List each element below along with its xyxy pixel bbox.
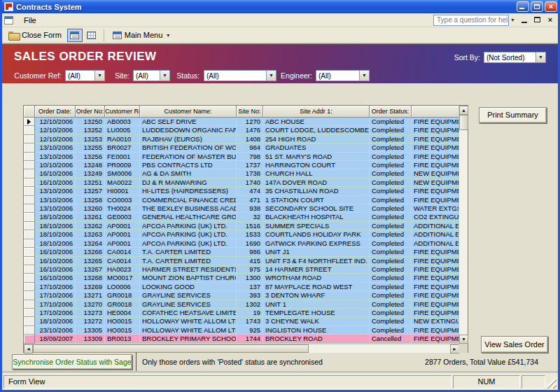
cell-site-addr[interactable]: BROCKLEY ROAD: [263, 335, 370, 343]
cell-order-no[interactable]: 13252: [76, 126, 105, 134]
dropdown-arrow-icon[interactable]: ▼: [94, 71, 104, 80]
cell-customer-name[interactable]: GRAYLINE SERVICES: [140, 291, 237, 300]
cell-customer-name[interactable]: ABC SELF DRIVE: [140, 118, 237, 126]
cell-site-no[interactable]: 1533: [237, 230, 263, 239]
cell-date[interactable]: 13/10/2006: [35, 196, 76, 204]
cell-site-addr[interactable]: WROTHAM ROAD: [263, 274, 370, 282]
column-header[interactable]: Order No:: [76, 106, 105, 118]
table-row[interactable]: 17/10/200613269LO0006LOOKING GOOD13787 M…: [24, 283, 468, 291]
table-row[interactable]: 13/10/200613260TH0024THE BEXLEY BUSINESS…: [24, 204, 468, 213]
cell-site-addr[interactable]: UNIT F3 & F4 NORTHFLEET IND. ESTATE: [263, 257, 370, 265]
cell-status[interactable]: Completed: [370, 265, 412, 274]
cell-status[interactable]: Completed: [370, 204, 412, 213]
cell-site-addr[interactable]: 1 STATION COURT: [263, 196, 370, 204]
cell-status[interactable]: Completed: [370, 248, 412, 256]
cell-order-no[interactable]: 13268: [76, 274, 105, 282]
column-header[interactable]: Customer Ref:: [105, 106, 140, 118]
row-selector[interactable]: [24, 135, 35, 144]
mdi-close-button[interactable]: ×: [545, 15, 556, 25]
cell-status[interactable]: Completed: [370, 283, 412, 291]
cell-site-no[interactable]: 1476: [237, 126, 263, 134]
cell-status[interactable]: Completed: [370, 126, 412, 134]
horizontal-scrollbar[interactable]: ◄ ►: [24, 344, 459, 353]
cell-status[interactable]: Completed: [370, 153, 412, 161]
cell-site-addr[interactable]: 14 HARMER STREET: [263, 265, 370, 274]
cell-date[interactable]: 16/10/2006: [35, 274, 76, 282]
cell-date[interactable]: 13/10/2006: [35, 204, 76, 213]
cell-equipment[interactable]: FIRE EQUIPMENT: [412, 161, 459, 169]
cell-equipment[interactable]: FIRE EQUIPMENT: [412, 196, 459, 204]
table-row[interactable]: 23/10/200613305HO0015HOLLOWAY WHITE ALLO…: [24, 326, 468, 335]
table-row[interactable]: 13/10/200613256FE0001FEDERATION OF MASTE…: [24, 153, 468, 161]
cell-site-addr[interactable]: 3 DENTON WHARF: [263, 291, 370, 300]
cell-equipment[interactable]: FIRE EQUIPMENT: [412, 283, 459, 291]
cell-equipment[interactable]: FIRE EQUIPMENT: [412, 118, 459, 126]
cell-date[interactable]: 12/10/2006: [35, 118, 76, 126]
cell-order-no[interactable]: 13257: [76, 187, 105, 195]
cell-customer-ref[interactable]: FE0001: [105, 153, 140, 161]
view-sales-order-button[interactable]: View Sales Order: [481, 336, 548, 353]
cell-site-addr[interactable]: SECONDARY SCHOOL SITE: [263, 204, 370, 213]
cell-status[interactable]: Completed: [370, 222, 412, 230]
row-selector[interactable]: [24, 178, 35, 187]
dropdown-arrow-icon[interactable]: ▼: [359, 71, 369, 80]
cell-customer-ref[interactable]: GR0018: [105, 300, 140, 309]
cell-site-no[interactable]: 1740: [237, 178, 263, 187]
column-header[interactable]: Site Addr 1:: [263, 106, 370, 118]
maximize-button[interactable]: [531, 1, 543, 12]
cell-site-no[interactable]: 975: [237, 265, 263, 274]
cell-date[interactable]: 16/10/2006: [35, 178, 76, 187]
cell-site-addr[interactable]: 35 CHASTILLIAN ROAD: [263, 187, 370, 195]
cell-equipment[interactable]: NEW EQUIPMENT: [412, 169, 459, 178]
cell-date[interactable]: 16/10/2006: [35, 265, 76, 274]
cell-date[interactable]: 17/10/2006: [35, 283, 76, 291]
cell-status[interactable]: Completed: [370, 178, 412, 187]
form-view-button[interactable]: [67, 29, 83, 42]
cell-site-no[interactable]: 1743: [237, 317, 263, 326]
help-dropdown-icon[interactable]: ▼: [509, 18, 518, 22]
cell-customer-name[interactable]: T.A. CARTER LIMITED: [140, 257, 237, 265]
cell-site-no[interactable]: 938: [237, 204, 263, 213]
table-row[interactable]: 16/10/200613266CA0014T.A. CARTER LIMITED…: [24, 248, 468, 256]
cell-equipment[interactable]: FIRE EQUIPMENT: [412, 153, 459, 161]
cell-site-no[interactable]: 19: [237, 309, 263, 317]
cell-order-no[interactable]: 13264: [76, 239, 105, 248]
cell-site-addr[interactable]: 51 ST. MARY'S ROAD: [263, 153, 370, 161]
cell-site-addr[interactable]: 3 CHEYNE WALK: [263, 317, 370, 326]
table-row[interactable]: 16/10/200613268MO0017MOUNT ZION BAPTIST …: [24, 274, 468, 282]
cell-order-no[interactable]: 13258: [76, 196, 105, 204]
cell-equipment[interactable]: FIRE EQUIPMENT: [412, 187, 459, 195]
cell-customer-ref[interactable]: MO0017: [105, 274, 140, 282]
cell-customer-name[interactable]: RAJBHAV (EUROS): [140, 135, 237, 144]
row-selector[interactable]: [24, 317, 35, 326]
cell-date[interactable]: 18/10/2006: [35, 222, 76, 230]
cell-order-no[interactable]: 13261: [76, 213, 105, 221]
cell-site-no[interactable]: 1302: [237, 300, 263, 309]
cell-equipment[interactable]: FIRE EQUIPMENT: [412, 135, 459, 144]
cell-date[interactable]: 16/10/2006: [35, 257, 76, 265]
table-row[interactable]: 16/10/200613265CA0014T.A. CARTER LIMITED…: [24, 257, 468, 265]
cell-site-addr[interactable]: HARRINGTON COURT: [263, 161, 370, 169]
table-row[interactable]: 17/10/200613273HE0004COFATHEC HEATSAVE L…: [24, 309, 468, 317]
column-header[interactable]: Site No:: [237, 106, 263, 118]
cell-order-no[interactable]: 13309: [76, 335, 105, 343]
row-selector[interactable]: [24, 169, 35, 178]
cell-equipment[interactable]: FIRE EQUIPMENT: [412, 335, 459, 343]
cell-customer-name[interactable]: GRAYLINE SERVICES: [140, 300, 237, 309]
help-question-input[interactable]: Type a question for help: [433, 15, 509, 26]
cell-order-no[interactable]: 13273: [76, 309, 105, 317]
cell-date[interactable]: 10/10/2006: [35, 161, 76, 169]
cell-customer-ref[interactable]: HA0023: [105, 265, 140, 274]
column-header[interactable]: Order Date:: [35, 106, 76, 118]
cell-date[interactable]: 16/10/2006: [35, 248, 76, 256]
cell-equipment[interactable]: FIRE EQUIPMENT: [412, 309, 459, 317]
cell-customer-ref[interactable]: PR0009: [105, 161, 140, 169]
table-row[interactable]: 18/10/200613263AP0001APCOA PARKING (UK) …: [24, 230, 468, 239]
child-window-icon[interactable]: [4, 16, 13, 24]
cell-site-addr[interactable]: CHURCH HALL: [263, 169, 370, 178]
cell-order-no[interactable]: 13249: [76, 169, 105, 178]
row-selector[interactable]: [24, 153, 35, 161]
cell-customer-name[interactable]: AG & DA SMITH: [140, 169, 237, 178]
cell-site-addr[interactable]: UNIT J1: [263, 248, 370, 256]
cell-order-no[interactable]: 13267: [76, 265, 105, 274]
